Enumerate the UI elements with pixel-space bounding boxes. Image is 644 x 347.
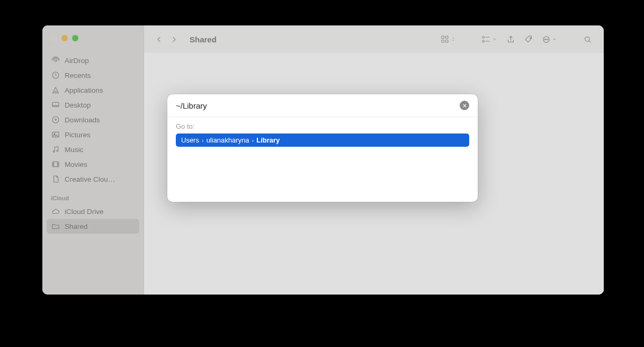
sidebar-item-airdrop[interactable]: AirDrop [47, 53, 139, 68]
svg-point-6 [53, 151, 55, 153]
zoom-window-button[interactable] [72, 35, 78, 41]
sidebar-item-applications[interactable]: Applications [47, 83, 139, 97]
sidebar-item-label: Downloads [65, 116, 100, 124]
svg-point-7 [57, 150, 58, 152]
sidebar-item-label: iCloud Drive [65, 208, 104, 216]
go-to-path-input[interactable] [176, 101, 460, 110]
go-to-folder-sheet: Go to: Users › ulianakharyna › Library [167, 94, 478, 202]
back-button[interactable] [153, 33, 165, 46]
sidebar-item-downloads[interactable]: Downloads [47, 112, 139, 127]
minimize-window-button[interactable] [61, 35, 68, 41]
sidebar-item-icloud-drive[interactable]: iCloud Drive [47, 204, 139, 219]
sidebar-item-label: Shared [65, 223, 88, 230]
movies-icon [51, 159, 60, 169]
shared-folder-icon [51, 221, 60, 231]
sidebar-item-creative-cloud[interactable]: Creative Clou… [47, 172, 139, 186]
svg-rect-8 [52, 162, 59, 166]
svg-rect-9 [442, 36, 444, 39]
sidebar-item-label: Applications [65, 86, 103, 94]
sidebar-section-icloud: iCloud [42, 186, 144, 204]
sidebar-item-label: Movies [65, 161, 87, 168]
svg-rect-11 [442, 40, 444, 43]
document-icon [51, 174, 60, 184]
window-title: Shared [190, 35, 217, 44]
sidebar-item-label: Music [65, 146, 83, 154]
svg-point-19 [548, 39, 548, 39]
applications-icon [51, 85, 60, 95]
sidebar-item-recents[interactable]: Recents [47, 68, 139, 83]
sheet-body: Go to: Users › ulianakharyna › Library [167, 117, 478, 202]
sidebar: AirDrop Recents Applications Desktop [42, 25, 144, 295]
forward-button[interactable] [167, 33, 180, 46]
music-icon [51, 145, 60, 154]
path-segment: Users [181, 136, 199, 144]
svg-rect-10 [446, 36, 449, 39]
svg-point-17 [544, 39, 545, 39]
svg-point-20 [585, 37, 589, 41]
sidebar-item-label: Pictures [65, 131, 91, 139]
sidebar-item-pictures[interactable]: Pictures [47, 127, 139, 142]
toolbar: Shared [144, 25, 604, 53]
search-button[interactable] [579, 32, 595, 47]
nav-buttons [153, 33, 180, 46]
share-button[interactable] [503, 32, 518, 47]
group-button[interactable] [478, 32, 500, 47]
chevron-right-icon: › [251, 137, 255, 144]
window-traffic-lights [42, 35, 144, 53]
sidebar-item-music[interactable]: Music [47, 142, 139, 157]
cloud-icon [51, 207, 60, 216]
sidebar-favorites: AirDrop Recents Applications Desktop [42, 53, 144, 186]
chevron-right-icon: › [201, 137, 205, 144]
sheet-header [167, 94, 478, 117]
close-window-button[interactable] [51, 35, 57, 41]
sidebar-icloud: iCloud Drive Shared [42, 204, 144, 234]
svg-rect-13 [482, 37, 484, 38]
svg-point-18 [546, 39, 547, 39]
close-icon[interactable] [460, 101, 469, 110]
path-segment: ulianakharyna [207, 136, 249, 144]
view-mode-button[interactable] [437, 32, 459, 47]
actions-button[interactable] [539, 32, 560, 47]
sidebar-item-label: Creative Clou… [65, 175, 115, 183]
sidebar-item-desktop[interactable]: Desktop [47, 97, 139, 112]
svg-rect-2 [52, 102, 59, 106]
sidebar-item-label: Recents [65, 72, 91, 79]
pictures-icon [51, 130, 60, 139]
sidebar-item-label: AirDrop [65, 57, 89, 65]
svg-rect-14 [482, 40, 484, 42]
path-segment: Library [256, 136, 280, 144]
tags-button[interactable] [521, 32, 536, 47]
svg-point-15 [530, 37, 531, 38]
airdrop-icon [51, 56, 60, 65]
svg-point-0 [55, 59, 57, 61]
sidebar-item-shared[interactable]: Shared [47, 219, 139, 234]
svg-rect-12 [446, 40, 449, 43]
sidebar-item-label: Desktop [65, 101, 91, 109]
downloads-icon [51, 115, 60, 124]
desktop-icon [51, 100, 60, 110]
sidebar-item-movies[interactable]: Movies [47, 157, 139, 172]
clock-icon [51, 70, 60, 80]
path-suggestion[interactable]: Users › ulianakharyna › Library [176, 134, 469, 147]
goto-label: Go to: [176, 122, 469, 130]
